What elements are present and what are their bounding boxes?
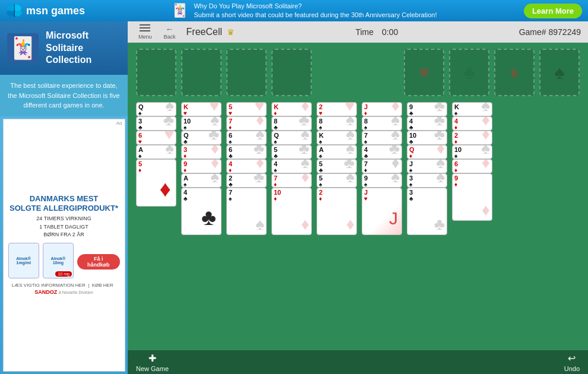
card-10-diamonds[interactable]: 10♦♦	[271, 188, 312, 235]
card-K-spades[interactable]: K♠♠	[317, 131, 357, 145]
card-A-spades-2[interactable]: A♠♠	[181, 173, 222, 188]
card-8-spades-2[interactable]: 8♠♠	[362, 116, 402, 131]
card-8-spades[interactable]: 8♠♠	[317, 116, 357, 131]
card-3-clubs[interactable]: 3♣♣	[136, 116, 176, 131]
card-4-clubs-2[interactable]: 4♣♣	[362, 145, 402, 159]
sidebar-ad: Ad DANMARKS MEST SOLGTE ALLERGIPRODUKT* …	[3, 119, 125, 372]
card-9-diamonds[interactable]: 9♦♦	[181, 159, 222, 173]
new-game-button[interactable]: ✚ New Game	[136, 353, 169, 372]
foundation-clubs[interactable]: ♣	[449, 49, 489, 96]
new-game-label: New Game	[136, 365, 169, 372]
card-7-diamonds[interactable]: 7♦♦	[226, 116, 267, 131]
foundation-diamonds[interactable]: ♦	[494, 49, 535, 96]
card-5-clubs-2[interactable]: 5♣♣	[317, 159, 357, 173]
card-8-clubs[interactable]: 8♣♣	[271, 116, 312, 131]
undo-label: Undo	[564, 365, 580, 372]
card-7-diamonds-3[interactable]: 7♦♦	[362, 159, 402, 173]
card-4-spades[interactable]: 4♠♠	[271, 159, 312, 173]
banner-promo: 🃏 Why Do You Play Microsoft Solitaire? S…	[91, 2, 518, 20]
card-9-diamonds-2[interactable]: 9♦♦	[452, 173, 492, 221]
game-number: Game# 8972249	[519, 27, 581, 37]
card-3-diamonds[interactable]: 3♦♦	[181, 145, 222, 159]
freecell-1[interactable]	[136, 49, 176, 96]
game-bottom-bar: ✚ New Game ↩ Undo	[128, 350, 588, 374]
undo-button[interactable]: ↩ Undo	[564, 353, 580, 372]
ad-brand: SANDOZ	[34, 289, 57, 295]
card-A-spades-3[interactable]: A♠♠	[317, 145, 357, 159]
card-3-spades[interactable]: 3♠♠	[407, 173, 447, 188]
card-6-hearts[interactable]: 6♥♥	[136, 131, 176, 145]
ad-footer2: KØB HER	[92, 283, 113, 288]
column-8: K♠♠ 4♦♦ 2♦♦ 10♠♠ 6♦♦ 9♦♦	[452, 102, 492, 346]
card-K-spades-2[interactable]: K♠♠	[452, 102, 492, 116]
game-title: FreeCell	[186, 27, 222, 37]
ad-footer: LÆS VIGTIG INFORMATION HER | KØB HER SAN…	[8, 282, 120, 296]
menu-label: Menu	[138, 34, 152, 40]
promo-cards-icon: 🃏	[172, 3, 188, 18]
ad-label: Ad	[116, 121, 122, 126]
card-Q-clubs[interactable]: Q♣♣	[181, 131, 222, 145]
learn-more-button[interactable]: Learn More	[524, 4, 582, 18]
menu-button[interactable]: Menu	[135, 22, 156, 42]
card-10-spades-2[interactable]: 10♠♠	[452, 145, 492, 159]
card-7-spades[interactable]: 7♠♠	[226, 188, 267, 235]
card-Q-spades[interactable]: Q♠♠	[136, 102, 176, 116]
card-2-diamonds[interactable]: 2♦♦	[317, 188, 357, 235]
ad-product-row: Alnok®1mg/ml Alnok®10mg 10 mg Få i håndk…	[8, 243, 120, 278]
game-toolbar: Menu ← Back FreeCell ♛ Time 0:00 Game# 8…	[128, 21, 588, 43]
crown-icon: ♛	[227, 27, 235, 37]
card-A-spades[interactable]: A♠♠	[136, 145, 176, 159]
top-banner: msn games 🃏 Why Do You Play Microsoft So…	[0, 0, 588, 21]
card-7-spades-2[interactable]: 7♠♠	[362, 131, 402, 145]
card-2-diamonds-2[interactable]: 2♦♦	[452, 131, 492, 145]
msc-logo-cards: 🃏	[7, 33, 39, 63]
card-10-spades[interactable]: 10♠♠	[181, 116, 222, 131]
card-6-spades[interactable]: 6♠♠	[226, 131, 267, 145]
card-7-diamonds-2[interactable]: 7♦♦	[271, 173, 312, 188]
ad-button[interactable]: Få i håndkøb	[77, 254, 120, 270]
column-6: J♦♦ 8♠♠ 7♠♠ 4♣♣ 7♦♦ 9♠♠ J♥ J	[362, 102, 402, 346]
freecell-4[interactable]	[271, 49, 312, 96]
card-K-hearts[interactable]: K♥♥	[181, 102, 222, 116]
card-Q-diamonds[interactable]: Q♦♦	[407, 145, 447, 159]
card-4-diamonds[interactable]: 4♦♦	[226, 159, 267, 173]
card-9-clubs[interactable]: 9♣♣	[407, 102, 447, 116]
card-5-diamonds[interactable]: 5♦♦	[136, 159, 176, 207]
card-5-spades[interactable]: 5♠♠	[317, 173, 357, 188]
card-4-diamonds-2[interactable]: 4♦♦	[452, 116, 492, 131]
freecell-3[interactable]	[226, 49, 267, 96]
card-2-clubs[interactable]: 2♣♣	[226, 173, 267, 188]
msn-logo-text: msn games	[26, 5, 85, 17]
card-K-diamonds[interactable]: K♦♦	[271, 102, 312, 116]
card-5-clubs[interactable]: 5♣♣	[271, 145, 312, 159]
back-arrow-icon: ←	[166, 24, 174, 34]
foundation-spades[interactable]: ♠	[539, 49, 580, 96]
sidebar: 🃏 MicrosoftSolitaireCollection The best …	[0, 21, 128, 374]
card-J-diamonds[interactable]: J♦♦	[362, 102, 402, 116]
card-J-hearts[interactable]: J♥ J	[362, 188, 402, 235]
ad-headline1: DANMARKS MEST	[8, 194, 120, 204]
hamburger-line2	[140, 27, 150, 28]
back-button[interactable]: ← Back	[160, 22, 179, 42]
ad-content: DANMARKS MEST SOLGTE ALLERGIPRODUKT* 24 …	[8, 194, 120, 296]
card-3-clubs-2[interactable]: 3♣♣	[407, 188, 447, 235]
card-5-hearts[interactable]: 5♥♥	[226, 102, 267, 116]
card-J-spades[interactable]: J♠♠	[407, 159, 447, 173]
diamonds-suit-icon: ♦	[510, 62, 519, 84]
card-10-clubs[interactable]: 10♣♣	[407, 131, 447, 145]
card-6-diamonds[interactable]: 6♦♦	[452, 159, 492, 173]
column-5: 2♥♥ 8♠♠ K♠♠ A♠♠ 5♣♣ 5♠♠ 2♦♦	[317, 102, 357, 346]
freecell-2[interactable]	[181, 49, 222, 96]
column-3: 5♥♥ 7♦♦ 6♠♠ 6♣♣ 4♦♦ 2♣♣ 7♠♠	[226, 102, 267, 346]
card-Q-spades-2[interactable]: Q♠♠	[271, 131, 312, 145]
card-2-hearts[interactable]: 2♥♥	[317, 102, 357, 116]
ad-headline2: SOLGTE ALLERGIPRODUKT*	[8, 204, 120, 213]
hearts-suit-icon: ♥	[419, 62, 430, 84]
card-4-clubs-3[interactable]: 4♣♣	[407, 116, 447, 131]
card-6-clubs[interactable]: 6♣♣	[226, 145, 267, 159]
foundation-hearts[interactable]: ♥	[404, 49, 444, 96]
card-9-spades[interactable]: 9♠♠	[362, 173, 402, 188]
card-4-clubs[interactable]: 4♣♣	[181, 188, 222, 235]
time-label: Time	[355, 27, 374, 37]
svg-point-2	[6, 9, 15, 17]
